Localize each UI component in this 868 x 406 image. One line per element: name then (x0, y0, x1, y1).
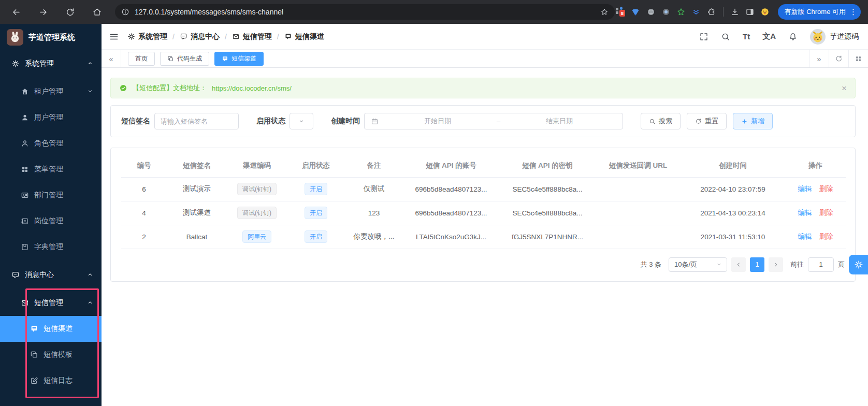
goto-unit: 页 (838, 260, 845, 269)
notification-bell-button[interactable] (788, 32, 798, 41)
sidebar-item-dept[interactable]: 部门管理 (0, 182, 102, 208)
goto-page-input[interactable] (808, 257, 834, 272)
edit-link[interactable]: 编辑 (798, 233, 812, 240)
browser-toolbar: 127.0.0.1/system/messages/sms/sms-channe… (0, 0, 868, 24)
page-content: 【短信配置】文档地址： https://doc.iocoder.cn/sms/ … (102, 68, 868, 406)
extension-balloon-icon[interactable] (630, 5, 641, 19)
browser-forward-button[interactable] (34, 3, 52, 21)
browser-home-button[interactable] (88, 3, 106, 21)
extension-chevrons-icon[interactable] (690, 5, 702, 19)
side-panel-button[interactable] (744, 5, 756, 19)
home-icon (21, 88, 29, 96)
gear-icon (11, 60, 20, 68)
user-menu[interactable]: 芋道源码 (810, 29, 859, 45)
chevron-up-icon (86, 299, 94, 306)
create-time-label: 创建时间 (331, 117, 360, 126)
add-button[interactable]: 新增 (733, 113, 773, 129)
search-icon (721, 32, 730, 41)
col-api-key: 短信 API 的密钥 (499, 154, 596, 177)
address-bar[interactable]: 127.0.0.1/system/messages/sms/sms-channe… (115, 4, 615, 20)
extensions-puzzle-icon[interactable] (706, 5, 717, 19)
chevron-up-icon (86, 271, 94, 278)
sidebar-item-sms-channel[interactable]: 短信渠道 (0, 316, 102, 342)
tabs-refresh-button[interactable] (829, 50, 848, 67)
downloads-button[interactable] (729, 5, 741, 19)
font-size-button[interactable]: Tt (743, 32, 750, 41)
signature-input[interactable] (154, 113, 239, 129)
message-lines-icon (30, 325, 38, 333)
browser-menu-icon[interactable]: ⋮ (849, 7, 857, 17)
tabs-layout-button[interactable] (848, 50, 868, 67)
sidebar-item-tenant[interactable]: 租户管理 (0, 79, 102, 105)
app-header: 系统管理 / 消息中心 / 短信管理 / 短信渠道 (102, 24, 868, 50)
tabs-scroll-left-button[interactable]: « (102, 50, 121, 67)
breadcrumb-item-sms-management[interactable]: 短信管理 (232, 32, 272, 41)
profile-avatar-button[interactable] (759, 5, 771, 19)
sidebar-item-message-center[interactable]: 消息中心 (0, 262, 102, 288)
sidebar-item-menu[interactable]: 菜单管理 (0, 156, 102, 182)
channel-tag: 阿里云 (242, 230, 271, 243)
breadcrumb-item-system[interactable]: 系统管理 (127, 32, 167, 41)
table-row: 2 Ballcat 阿里云 开启 你要改哦，... LTAI5tCnKso2uG… (121, 225, 846, 249)
sidebar-item-dict[interactable]: 字典管理 (0, 234, 102, 260)
breadcrumb-item-message-center[interactable]: 消息中心 (180, 32, 220, 41)
search-button[interactable]: 搜索 (641, 113, 681, 129)
status-select[interactable] (290, 113, 313, 129)
comment-icon (11, 271, 20, 279)
plus-icon (741, 118, 748, 125)
doc-link[interactable]: https://doc.iocoder.cn/sms/ (212, 84, 292, 92)
col-id: 编号 (121, 154, 167, 177)
delete-link[interactable]: 删除 (819, 233, 833, 240)
extension-badge-icon[interactable]: 8 (615, 5, 626, 19)
fullscreen-button[interactable] (699, 32, 708, 41)
date-range-picker[interactable]: 开始日期 – 结束日期 (364, 113, 623, 129)
header-search-button[interactable] (721, 32, 730, 41)
mail-icon (21, 299, 29, 307)
reset-button[interactable]: 重置 (687, 113, 727, 129)
sidebar-item-user[interactable]: 用户管理 (0, 105, 102, 130)
sidebar-item-system[interactable]: 系统管理 (0, 51, 102, 77)
clone-icon (30, 351, 38, 359)
extension-ring-icon[interactable] (660, 5, 672, 19)
breadcrumb-item-sms-channel[interactable]: 短信渠道 (284, 32, 324, 41)
alert-close-button[interactable]: × (842, 84, 847, 93)
chevron-down-icon (716, 261, 722, 268)
breadcrumb-separator: / (225, 33, 227, 41)
prev-page-button[interactable] (731, 257, 746, 272)
delete-link[interactable]: 删除 (819, 209, 833, 216)
start-date-placeholder: 开始日期 (381, 117, 495, 126)
comment-icon (180, 33, 187, 40)
extension-globe-icon[interactable] (645, 5, 657, 19)
user-outline-icon (21, 139, 29, 148)
id-card-icon (21, 191, 29, 199)
page-size-select[interactable]: 10条/页 (669, 257, 727, 272)
edit-link[interactable]: 编辑 (798, 209, 812, 216)
site-info-icon[interactable] (121, 8, 129, 16)
delete-link[interactable]: 删除 (819, 185, 833, 193)
sidebar-item-sms-template[interactable]: 短信模板 (0, 342, 102, 368)
chrome-update-label: 有新版 Chrome 可用 (785, 7, 846, 17)
theme-settings-button[interactable] (849, 255, 868, 274)
refresh-icon (835, 55, 843, 63)
mail-icon (232, 33, 240, 40)
tab-codegen[interactable]: 代码生成 (160, 52, 209, 66)
browser-reload-button[interactable] (61, 3, 79, 21)
browser-back-button[interactable] (7, 3, 25, 21)
chrome-update-button[interactable]: 有新版 Chrome 可用 ⋮ (778, 4, 861, 20)
tab-sms-channel[interactable]: 短信渠道 (214, 52, 264, 66)
bookmark-star-icon[interactable] (600, 8, 609, 16)
sidebar-item-sms-log[interactable]: 短信日志 (0, 368, 102, 394)
tab-home[interactable]: 首页 (128, 52, 155, 66)
app-logo-row[interactable]: 芋道管理系统 (0, 24, 102, 51)
next-page-button[interactable] (769, 257, 783, 272)
locale-switch-button[interactable]: 文A (762, 32, 776, 41)
sidebar-item-sms-management[interactable]: 短信管理 (0, 290, 102, 316)
edit-link[interactable]: 编辑 (798, 185, 812, 193)
sidebar-item-role[interactable]: 角色管理 (0, 130, 102, 156)
calendar-icon (371, 118, 379, 125)
page-number-button[interactable]: 1 (750, 257, 764, 272)
tabs-scroll-right-button[interactable]: » (809, 50, 829, 67)
sidebar-item-post[interactable]: 岗位管理 (0, 208, 102, 234)
sidebar-collapse-button[interactable] (109, 32, 119, 42)
extension-star-icon[interactable] (675, 5, 687, 19)
